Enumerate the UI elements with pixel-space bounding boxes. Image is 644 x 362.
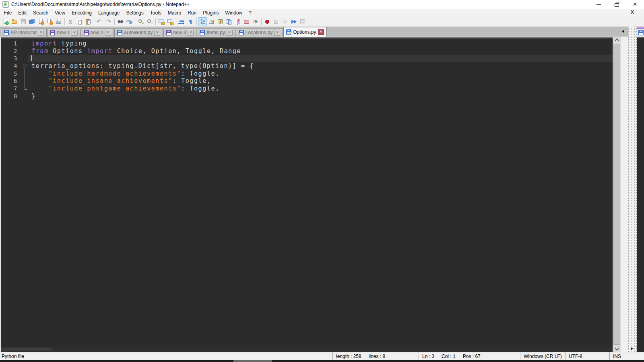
toolbar-separator [114, 19, 115, 25]
tab-close-icon[interactable] [318, 29, 324, 35]
function-list-icon [235, 19, 241, 25]
code-text[interactable] [28, 55, 613, 62]
code-text[interactable]: import typing [28, 40, 613, 47]
vertical-scroll-track[interactable] [613, 43, 621, 346]
zoom-out-button[interactable] [145, 17, 154, 26]
tab-autoworld-py[interactable]: AutoWorld.py [114, 28, 163, 37]
minimize-button[interactable] [590, 0, 608, 9]
pos-label: Pos : 67 [463, 354, 481, 359]
plugin-lightning-icon [208, 19, 215, 25]
tab-close-icon[interactable] [274, 30, 280, 36]
tab-close-icon[interactable] [188, 30, 194, 36]
tab-new-2[interactable]: new 2 [81, 28, 114, 37]
code-editor[interactable]: 1import typing2from Options import Choic… [0, 37, 613, 352]
find-button[interactable] [116, 17, 125, 26]
close-all-button[interactable] [45, 17, 54, 26]
code-text[interactable]: from Options import Choice, Option, Togg… [28, 47, 613, 55]
tab-close-icon[interactable] [38, 30, 44, 36]
tab-ap-ideas-txt[interactable]: AP Ideas.txt [1, 28, 47, 37]
open-file-button[interactable] [10, 17, 19, 26]
menu-settings[interactable]: Settings [123, 9, 147, 16]
undo-button[interactable] [95, 17, 104, 26]
plugin-lightning-button[interactable] [207, 17, 216, 26]
monitoring-button[interactable] [251, 17, 260, 26]
tab-locations-py[interactable]: Locations.py [236, 28, 283, 37]
code-text[interactable]: terraria_options: typing.Dict[str, type(… [28, 62, 613, 70]
replace-button[interactable] [125, 17, 134, 26]
tab-new-3[interactable]: new 3 [163, 28, 196, 37]
tab-scroll-left-icon[interactable] [622, 30, 624, 33]
code-text[interactable]: "include_insane_achievements": Toggle, [28, 77, 613, 85]
folder-as-workspace-button[interactable] [242, 17, 251, 26]
editor-line: 5 "include_hardmode_achievements": Toggl… [1, 70, 613, 78]
secondary-tab-fragment[interactable] [637, 27, 644, 37]
restore-button[interactable] [608, 0, 626, 9]
word-wrap-icon [179, 19, 185, 25]
macro-run-multiple-button[interactable] [289, 17, 298, 26]
new-file-button[interactable] [1, 17, 10, 26]
toolbar-separator [176, 19, 176, 25]
scroll-down-button[interactable] [613, 346, 621, 352]
tab-items-py[interactable]: Items.py [197, 28, 235, 37]
close-button[interactable] [37, 17, 45, 26]
macro-record-button[interactable] [263, 17, 272, 26]
line-number: 7 [1, 85, 22, 93]
tab-label: new 2 [91, 30, 103, 35]
horizontal-scrollbar[interactable] [1, 347, 613, 352]
tab-options-py[interactable]: Options.py [283, 27, 326, 37]
function-list-button[interactable] [233, 17, 242, 26]
menu-macro[interactable]: Macro [165, 9, 184, 16]
zoom-in-button[interactable] [136, 17, 145, 26]
menu-window[interactable]: Window [222, 9, 246, 16]
menu-language[interactable]: Language [95, 9, 123, 16]
fold-margin [22, 55, 28, 62]
tab-close-icon[interactable] [105, 30, 111, 36]
scroll-up-button[interactable] [613, 37, 621, 43]
cut-button[interactable] [66, 17, 75, 26]
toolbar-separator [135, 19, 135, 25]
code-text[interactable]: } [28, 93, 613, 100]
menu-plugins[interactable]: Plugins [200, 9, 222, 16]
menu-tools[interactable]: Tools [147, 9, 165, 16]
fold-start-marker[interactable] [22, 62, 28, 70]
show-all-characters-button[interactable] [186, 17, 195, 26]
menu-edit[interactable]: Edit [15, 9, 30, 16]
tab-close-icon[interactable] [72, 30, 78, 36]
sync-horizontal-button[interactable] [166, 17, 175, 26]
horizontal-scrollbar-thumb[interactable] [1, 348, 52, 351]
macro-save-button[interactable] [298, 17, 307, 26]
macro-play-button[interactable] [281, 17, 289, 26]
paste-button[interactable] [84, 17, 93, 26]
indent-guide-button[interactable] [198, 17, 207, 26]
code-text[interactable]: "include_postgame_achievements": Toggle, [28, 85, 613, 93]
print-button[interactable] [54, 17, 63, 26]
close-button[interactable]: × [626, 0, 644, 9]
view-splitter[interactable] [628, 27, 637, 352]
doc-map-button[interactable] [216, 17, 225, 26]
tab-new-1[interactable]: new 1 [47, 28, 80, 37]
code-text[interactable]: "include_hardmode_achievements": Toggle, [28, 70, 613, 78]
tab-close-icon[interactable] [227, 30, 233, 36]
doc-list-button[interactable] [225, 17, 233, 26]
copy-button[interactable] [75, 17, 84, 26]
menu-view[interactable]: View [52, 9, 68, 16]
encoding-label: UTF-8 [569, 354, 582, 359]
code-segment: } [31, 93, 36, 100]
menu-file[interactable]: File [1, 9, 15, 16]
vertical-scrollbar[interactable] [613, 37, 621, 352]
sync-vertical-button[interactable] [157, 17, 166, 26]
menu-encoding[interactable]: Encoding [68, 9, 95, 16]
save-button[interactable] [19, 17, 28, 26]
tab-close-icon[interactable] [154, 30, 160, 36]
menu-run[interactable]: Run [184, 9, 200, 16]
word-wrap-button[interactable] [178, 17, 186, 26]
menu-?[interactable]: ? [246, 9, 255, 16]
save-all-button[interactable] [28, 17, 37, 26]
close-icon: × [633, 1, 637, 8]
redo-button[interactable] [104, 17, 113, 26]
close-document-icon[interactable]: X [631, 9, 634, 15]
tab-label: AP Ideas.txt [10, 30, 36, 35]
vertical-scrollbar-thumb[interactable] [613, 44, 620, 345]
menu-search[interactable]: Search [30, 9, 52, 16]
macro-stop-button[interactable] [272, 17, 281, 26]
